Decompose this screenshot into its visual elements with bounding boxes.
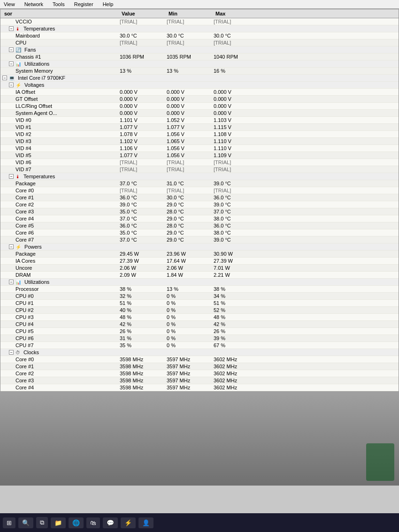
leaf-label: Core #6 <box>15 230 34 236</box>
leaf-label: Uncore <box>15 265 32 271</box>
expand-icon[interactable]: − <box>9 26 14 31</box>
search-button[interactable]: 🔍 <box>18 517 33 528</box>
max-cell: 26 % <box>212 328 259 334</box>
name-cell: CPU #3 <box>0 314 118 320</box>
menu-view[interactable]: View <box>2 1 17 8</box>
name-cell: Core #2 <box>0 202 118 207</box>
name-cell: Core #4 <box>0 385 118 390</box>
menu-register[interactable]: Register <box>72 1 95 8</box>
table-row[interactable]: −💻 Intel Core i7 9700KF <box>0 75 399 82</box>
table-row[interactable]: −🌡 Temperatures <box>0 25 399 32</box>
leaf-label: Chassis #1 <box>15 54 41 60</box>
max-cell: 1.110 V <box>212 138 259 144</box>
menu-network[interactable]: Network <box>23 1 45 8</box>
start-button[interactable]: ⊞ <box>3 517 15 528</box>
table-row: Package 29.45 W 23.96 W 30.90 W <box>0 251 399 258</box>
main-window: sor Value Min Max VCCIO [TRIAL] [TRIAL] … <box>0 9 399 392</box>
leaf-label: System Memory <box>15 68 53 74</box>
min-cell: 29.0 °C <box>165 216 212 221</box>
leaf-label: Core #7 <box>15 237 34 243</box>
name-cell: Uncore <box>0 265 118 271</box>
expand-icon[interactable]: − <box>9 280 14 284</box>
table-row[interactable]: −📊 Utilizations <box>0 279 399 286</box>
table-row[interactable]: −⚡ Powers <box>0 243 399 251</box>
leaf-label: Package <box>15 181 36 186</box>
file-explorer-button[interactable]: 📁 <box>51 517 66 528</box>
name-cell: Package <box>0 251 118 257</box>
col-max: Max <box>214 10 261 17</box>
table-row[interactable]: −🌡 Temperatures <box>0 173 399 180</box>
name-cell: Core #6 <box>0 230 118 236</box>
name-cell: Mainboard <box>0 33 118 38</box>
table-row[interactable]: −🔄 Fans <box>0 46 399 53</box>
name-cell: Core #3 <box>0 209 118 214</box>
leaf-label: Core #5 <box>15 223 34 228</box>
max-cell: [TRIAL] <box>212 19 259 24</box>
leaf-label: VID #7 <box>15 167 31 172</box>
max-cell: 7.01 W <box>212 265 259 271</box>
leaf-label: System Agent O... <box>15 110 57 116</box>
table-row: VID #2 1.078 V 1.056 V 1.108 V <box>0 131 399 138</box>
max-cell: 67 % <box>212 342 259 348</box>
max-cell: 38.0 °C <box>212 230 259 236</box>
leaf-label: LLC/Ring Offset <box>15 103 52 109</box>
menu-tools[interactable]: Tools <box>51 1 67 8</box>
leaf-label: Mainboard <box>15 33 40 38</box>
min-cell: 3597 MHz <box>165 371 212 376</box>
table-row[interactable]: −⏱ Clocks <box>0 349 399 356</box>
leaf-label: CPU #4 <box>15 321 34 327</box>
name-cell: System Agent O... <box>0 110 118 116</box>
menu-help[interactable]: Help <box>101 1 115 8</box>
table-row: Core #1 3598 MHz 3597 MHz 3602 MHz <box>0 363 399 370</box>
discord-button[interactable]: 💬 <box>103 517 118 528</box>
leaf-label: CPU #2 <box>15 307 34 313</box>
name-cell: CPU #7 <box>0 342 118 348</box>
name-cell: Core #4 <box>0 216 118 221</box>
app-button-1[interactable]: ⚡ <box>121 517 136 528</box>
name-cell: DRAM <box>0 272 118 278</box>
section-label: Intel Core i7 9700KF <box>18 75 65 81</box>
table-row: VID #6 [TRIAL] [TRIAL] [TRIAL] <box>0 159 399 166</box>
name-cell: System Memory <box>0 68 118 74</box>
table-row: Core #0 [TRIAL] [TRIAL] [TRIAL] <box>0 187 399 194</box>
menu-bar: View Network Tools Register Help <box>0 0 399 9</box>
edge-button[interactable]: 🌐 <box>69 517 84 528</box>
expand-icon[interactable]: − <box>2 76 7 80</box>
leaf-label: Core #2 <box>15 371 34 376</box>
value-cell: 38 % <box>118 286 165 292</box>
value-cell: 32 % <box>118 293 165 299</box>
task-view-button[interactable]: ⧉ <box>36 517 48 528</box>
max-cell: 0.000 V <box>212 89 259 95</box>
table-row: CPU #6 31 % 0 % 39 % <box>0 335 399 342</box>
store-button[interactable]: 🛍 <box>86 517 100 528</box>
max-cell: 37.0 °C <box>212 209 259 214</box>
min-cell: [TRIAL] <box>165 40 212 46</box>
min-cell: 3597 MHz <box>165 385 212 390</box>
section-label: Fans <box>24 47 36 53</box>
value-cell: 3598 MHz <box>118 364 165 369</box>
value-cell: 40 % <box>118 307 165 313</box>
expand-icon[interactable]: − <box>9 47 14 52</box>
max-cell: 3602 MHz <box>212 364 259 369</box>
name-cell: IA Offset <box>0 89 118 95</box>
expand-icon[interactable]: − <box>9 350 14 355</box>
table-row[interactable]: −⚡ Voltages <box>0 82 399 89</box>
expand-icon[interactable]: − <box>9 83 14 87</box>
max-cell: 16 % <box>212 68 259 74</box>
expand-icon[interactable]: − <box>9 244 14 249</box>
value-cell <box>118 47 165 53</box>
expand-icon[interactable]: − <box>9 174 14 179</box>
leaf-label: CPU #1 <box>15 300 34 306</box>
name-cell: VID #3 <box>0 138 118 144</box>
name-cell: −📊 Utilizations <box>0 61 118 67</box>
name-cell: Core #1 <box>0 195 118 200</box>
app-button-2[interactable]: 👤 <box>138 517 153 528</box>
leaf-label: CPU #0 <box>15 293 34 299</box>
value-cell <box>118 174 165 179</box>
name-cell: VID #2 <box>0 131 118 137</box>
expand-icon[interactable]: − <box>9 61 14 66</box>
table-row: Core #1 36.0 °C 30.0 °C 36.0 °C <box>0 194 399 201</box>
leaf-label: CPU <box>15 40 26 46</box>
table-row[interactable]: −📊 Utilizations <box>0 61 399 68</box>
min-cell: 1.065 V <box>165 138 212 144</box>
